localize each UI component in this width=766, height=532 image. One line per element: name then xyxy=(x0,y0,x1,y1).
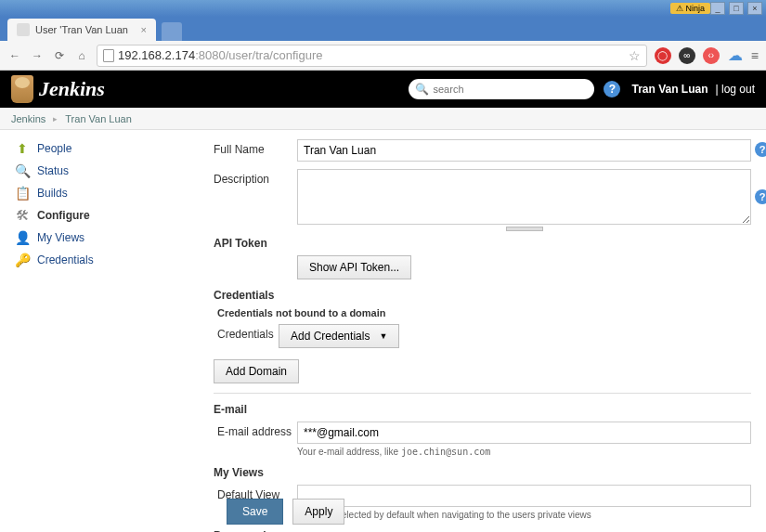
breadcrumb-root[interactable]: Jenkins xyxy=(11,113,45,124)
fullname-input[interactable] xyxy=(297,139,751,162)
email-row: E-mail address Your e-mail address, like… xyxy=(214,422,751,457)
search-icon: 🔍 xyxy=(415,83,429,96)
email-help-prefix: Your e-mail address, like xyxy=(297,447,401,457)
content-area: Full Name ? Description ? API Token Show… xyxy=(214,130,766,532)
ninja-badge: ⚠ Ninja xyxy=(670,3,710,14)
browser-tab-bar: User 'Tran Van Luan × xyxy=(0,17,766,41)
window-titlebar: ⚠ Ninja _ □ × xyxy=(0,0,766,17)
url-bar[interactable]: 192.168.2.174:8080/user/tra/configure ☆ xyxy=(97,45,647,67)
apitoken-row: Show API Token... xyxy=(214,255,751,279)
email-help-code: joe.chin@sun.com xyxy=(401,447,490,457)
window-close-button[interactable]: × xyxy=(747,2,762,15)
magnifier-icon: 🔍 xyxy=(15,163,30,178)
header-username[interactable]: Tran Van Luan xyxy=(631,83,708,96)
url-text: 192.168.2.174:8080/user/tra/configure xyxy=(118,48,625,62)
sidebar-item-builds[interactable]: 📋 Builds xyxy=(0,182,214,204)
back-button[interactable]: ← xyxy=(7,48,22,63)
help-icon[interactable]: ? xyxy=(755,142,766,157)
email-input[interactable] xyxy=(297,422,751,444)
add-credentials-button[interactable]: Add Credentials ▼ xyxy=(279,324,399,348)
description-row: Description ? xyxy=(214,169,751,227)
tab-title: User 'Tran Van Luan xyxy=(35,24,128,35)
sidebar-item-label: Status xyxy=(37,164,69,177)
new-tab-button[interactable] xyxy=(162,22,182,41)
add-domain-button[interactable]: Add Domain xyxy=(214,359,299,383)
sidebar-item-label: Builds xyxy=(37,187,68,200)
key-icon: 🔑 xyxy=(15,253,30,267)
main-area: ⬆ People 🔍 Status 📋 Builds 🛠 Configure 👤… xyxy=(0,130,766,532)
apply-button[interactable]: Apply xyxy=(292,499,344,525)
section-myviews: My Views xyxy=(214,466,751,479)
jenkins-brand-text: Jenkins xyxy=(39,77,105,101)
fullname-label: Full Name xyxy=(214,139,297,156)
section-email: E-mail xyxy=(214,403,751,416)
jenkins-header: Jenkins 🔍 ? Tran Van Luan | log out xyxy=(0,71,766,108)
url-path: :8080/user/tra/configure xyxy=(195,48,322,62)
fullname-row: Full Name ? xyxy=(214,139,751,162)
description-label: Description xyxy=(214,169,297,186)
browser-tab[interactable]: User 'Tran Van Luan × xyxy=(7,19,156,41)
extension-cloud-icon[interactable]: ☁ xyxy=(727,47,744,64)
breadcrumb-sep: ▸ xyxy=(53,114,58,123)
email-label: E-mail address xyxy=(214,422,297,438)
credentials-row: Credentials Add Credentials ▼ xyxy=(214,324,751,348)
defaultview-help-text: The view selected by default when naviga… xyxy=(297,510,751,520)
section-credentials: Credentials xyxy=(214,289,751,302)
sidebar-item-status[interactable]: 🔍 Status xyxy=(0,160,214,182)
home-button[interactable]: ⌂ xyxy=(74,48,89,63)
reload-button[interactable]: ⟳ xyxy=(52,48,67,63)
browser-menu-icon[interactable]: ≡ xyxy=(751,48,759,63)
breadcrumb: Jenkins ▸ Tran Van Luan xyxy=(0,108,766,130)
tools-icon: 🛠 xyxy=(15,208,30,223)
sidebar-item-label: Configure xyxy=(37,209,90,222)
add-credentials-label: Add Credentials xyxy=(291,330,370,343)
sidebar-item-label: Credentials xyxy=(37,253,94,266)
page-icon xyxy=(103,49,114,62)
sidebar-item-label: People xyxy=(37,142,71,155)
show-api-token-button[interactable]: Show API Token... xyxy=(297,255,411,279)
tab-close-icon[interactable]: × xyxy=(141,24,147,35)
save-button[interactable]: Save xyxy=(227,499,283,525)
jenkins-logo-icon xyxy=(11,75,33,103)
browser-toolbar: ← → ⟳ ⌂ 192.168.2.174:8080/user/tra/conf… xyxy=(0,41,766,71)
credentials-label: Credentials xyxy=(214,324,279,341)
credentials-subtitle: Credentials not bound to a domain xyxy=(217,307,751,318)
breadcrumb-user[interactable]: Tran Van Luan xyxy=(65,113,132,124)
email-help-text: Your e-mail address, like joe.chin@sun.c… xyxy=(297,447,751,457)
footer-buttons: Save Apply xyxy=(227,499,344,525)
sidebar-item-people[interactable]: ⬆ People xyxy=(0,137,214,160)
ninja-label: Ninja xyxy=(685,4,705,13)
resize-handle[interactable] xyxy=(506,227,543,231)
sidebar-item-configure[interactable]: 🛠 Configure xyxy=(0,204,214,227)
jenkins-logo[interactable]: Jenkins xyxy=(11,75,105,103)
person-icon: 👤 xyxy=(15,230,30,245)
forward-button[interactable]: → xyxy=(30,48,45,63)
defaultview-input[interactable] xyxy=(297,485,751,507)
notepad-icon: 📋 xyxy=(15,186,30,201)
sidebar-item-myviews[interactable]: 👤 My Views xyxy=(0,227,214,249)
sidebar: ⬆ People 🔍 Status 📋 Builds 🛠 Configure 👤… xyxy=(0,130,214,532)
url-host: 192.168.2.174 xyxy=(118,48,195,62)
sidebar-item-label: My Views xyxy=(37,231,84,244)
description-textarea[interactable] xyxy=(297,169,751,225)
up-arrow-icon: ⬆ xyxy=(15,141,30,156)
help-icon[interactable]: ? xyxy=(604,81,620,97)
bookmark-star-icon[interactable]: ☆ xyxy=(629,48,641,63)
window-maximize-button[interactable]: □ xyxy=(729,2,744,15)
window-minimize-button[interactable]: _ xyxy=(710,2,725,15)
extension-icon-1[interactable]: ◯ xyxy=(655,47,671,64)
extension-icon-3[interactable]: ‹› xyxy=(703,47,720,64)
help-icon[interactable]: ? xyxy=(755,189,766,204)
search-input[interactable] xyxy=(409,79,594,99)
chevron-down-icon: ▼ xyxy=(379,331,387,341)
extension-icon-2[interactable]: ∞ xyxy=(679,47,695,64)
sidebar-item-credentials[interactable]: 🔑 Credentials xyxy=(0,249,214,271)
logout-link[interactable]: | log out xyxy=(716,83,755,96)
section-api-token: API Token xyxy=(214,237,751,250)
tab-favicon xyxy=(17,23,30,36)
jenkins-search: 🔍 xyxy=(409,79,594,99)
